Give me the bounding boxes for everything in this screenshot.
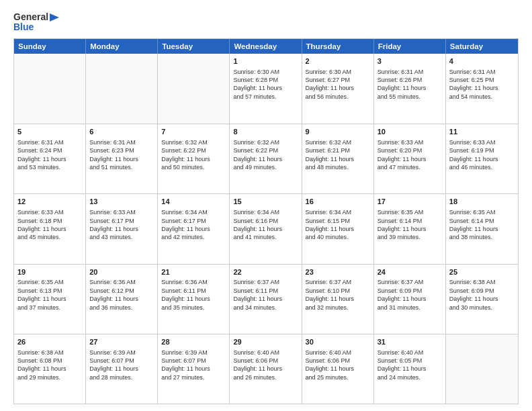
day-number: 27: [89, 337, 154, 347]
calendar-cell-r5-c3: 28Sunrise: 6:39 AM Sunset: 6:07 PM Dayli…: [158, 334, 230, 404]
calendar-cell-r2-c3: 7Sunrise: 6:32 AM Sunset: 6:22 PM Daylig…: [158, 124, 230, 193]
header: General Blue: [13, 12, 519, 33]
day-info: Sunrise: 6:31 AM Sunset: 6:25 PM Dayligh…: [449, 68, 515, 101]
calendar-cell-r3-c2: 13Sunrise: 6:33 AM Sunset: 6:17 PM Dayli…: [86, 194, 158, 263]
day-number: 7: [161, 127, 226, 137]
calendar-row-2: 5Sunrise: 6:31 AM Sunset: 6:24 PM Daylig…: [14, 124, 518, 193]
day-info: Sunrise: 6:38 AM Sunset: 6:08 PM Dayligh…: [17, 349, 82, 382]
page: General Blue Sunday Monday Tuesday Wedne…: [0, 0, 532, 411]
day-number: 21: [161, 267, 226, 277]
day-number: 17: [378, 197, 442, 207]
day-info: Sunrise: 6:39 AM Sunset: 6:07 PM Dayligh…: [89, 349, 154, 382]
calendar-cell-r2-c1: 5Sunrise: 6:31 AM Sunset: 6:24 PM Daylig…: [14, 124, 86, 193]
day-info: Sunrise: 6:37 AM Sunset: 6:11 PM Dayligh…: [233, 278, 298, 312]
calendar-cell-r2-c7: 11Sunrise: 6:33 AM Sunset: 6:19 PM Dayli…: [446, 124, 518, 193]
calendar-cell-r3-c3: 14Sunrise: 6:34 AM Sunset: 6:17 PM Dayli…: [158, 194, 230, 263]
calendar-cell-r1-c5: 2Sunrise: 6:30 AM Sunset: 6:27 PM Daylig…: [302, 54, 374, 124]
calendar-cell-r4-c2: 20Sunrise: 6:36 AM Sunset: 6:12 PM Dayli…: [86, 265, 158, 334]
calendar-cell-r1-c4: 1Sunrise: 6:30 AM Sunset: 6:28 PM Daylig…: [230, 54, 302, 124]
day-number: 18: [449, 197, 515, 207]
header-tuesday: Tuesday: [158, 39, 230, 54]
day-info: Sunrise: 6:31 AM Sunset: 6:23 PM Dayligh…: [89, 138, 154, 172]
calendar-cell-r2-c4: 8Sunrise: 6:32 AM Sunset: 6:22 PM Daylig…: [230, 124, 302, 193]
calendar-cell-r1-c3: [158, 54, 230, 124]
day-info: Sunrise: 6:33 AM Sunset: 6:17 PM Dayligh…: [89, 208, 154, 242]
day-number: 22: [233, 267, 298, 277]
day-number: 30: [306, 337, 370, 347]
day-info: Sunrise: 6:37 AM Sunset: 6:10 PM Dayligh…: [306, 278, 370, 312]
day-info: Sunrise: 6:30 AM Sunset: 6:27 PM Dayligh…: [306, 68, 370, 101]
calendar-cell-r3-c5: 16Sunrise: 6:34 AM Sunset: 6:15 PM Dayli…: [302, 194, 374, 263]
calendar-cell-r1-c6: 3Sunrise: 6:31 AM Sunset: 6:26 PM Daylig…: [374, 54, 446, 124]
day-number: 10: [378, 127, 442, 137]
day-info: Sunrise: 6:33 AM Sunset: 6:20 PM Dayligh…: [378, 138, 442, 172]
day-info: Sunrise: 6:33 AM Sunset: 6:19 PM Dayligh…: [449, 138, 515, 172]
header-wednesday: Wednesday: [230, 39, 302, 54]
header-sunday: Sunday: [14, 39, 86, 54]
calendar-cell-r4-c6: 24Sunrise: 6:37 AM Sunset: 6:09 PM Dayli…: [374, 265, 446, 334]
calendar-body: 1Sunrise: 6:30 AM Sunset: 6:28 PM Daylig…: [14, 54, 518, 404]
calendar-cell-r5-c6: 31Sunrise: 6:40 AM Sunset: 6:05 PM Dayli…: [374, 334, 446, 404]
day-info: Sunrise: 6:30 AM Sunset: 6:28 PM Dayligh…: [233, 68, 298, 101]
logo: General Blue: [13, 12, 59, 33]
day-number: 28: [161, 337, 226, 347]
day-number: 16: [306, 197, 370, 207]
day-number: 14: [161, 197, 226, 207]
day-info: Sunrise: 6:35 AM Sunset: 6:13 PM Dayligh…: [17, 278, 82, 312]
calendar-cell-r4-c5: 23Sunrise: 6:37 AM Sunset: 6:10 PM Dayli…: [302, 265, 374, 334]
calendar-cell-r3-c4: 15Sunrise: 6:34 AM Sunset: 6:16 PM Dayli…: [230, 194, 302, 263]
calendar: Sunday Monday Tuesday Wednesday Thursday…: [13, 38, 519, 404]
day-number: 3: [378, 56, 442, 66]
calendar-cell-r1-c2: [86, 54, 158, 124]
day-number: 15: [233, 197, 298, 207]
day-number: 9: [306, 127, 370, 137]
calendar-header: Sunday Monday Tuesday Wednesday Thursday…: [14, 39, 518, 54]
svg-marker-0: [50, 13, 59, 21]
calendar-cell-r2-c6: 10Sunrise: 6:33 AM Sunset: 6:20 PM Dayli…: [374, 124, 446, 193]
day-number: 24: [378, 267, 442, 277]
day-info: Sunrise: 6:40 AM Sunset: 6:05 PM Dayligh…: [378, 349, 442, 382]
header-friday: Friday: [374, 39, 446, 54]
calendar-cell-r3-c1: 12Sunrise: 6:33 AM Sunset: 6:18 PM Dayli…: [14, 194, 86, 263]
day-number: 11: [449, 127, 515, 137]
day-info: Sunrise: 6:34 AM Sunset: 6:17 PM Dayligh…: [161, 208, 226, 242]
day-number: 4: [449, 56, 515, 66]
header-saturday: Saturday: [446, 39, 518, 54]
calendar-cell-r5-c1: 26Sunrise: 6:38 AM Sunset: 6:08 PM Dayli…: [14, 334, 86, 404]
day-number: 23: [306, 267, 370, 277]
day-info: Sunrise: 6:31 AM Sunset: 6:26 PM Dayligh…: [378, 68, 442, 101]
calendar-cell-r5-c7: [446, 334, 518, 404]
logo-arrow-icon: [50, 13, 59, 21]
day-number: 12: [17, 197, 82, 207]
calendar-cell-r4-c1: 19Sunrise: 6:35 AM Sunset: 6:13 PM Dayli…: [14, 265, 86, 334]
day-info: Sunrise: 6:38 AM Sunset: 6:09 PM Dayligh…: [449, 278, 515, 312]
day-number: 26: [17, 337, 82, 347]
day-info: Sunrise: 6:34 AM Sunset: 6:15 PM Dayligh…: [306, 208, 370, 242]
day-number: 1: [233, 56, 298, 66]
day-number: 6: [89, 127, 154, 137]
day-info: Sunrise: 6:39 AM Sunset: 6:07 PM Dayligh…: [161, 349, 226, 382]
day-number: 8: [233, 127, 298, 137]
day-info: Sunrise: 6:32 AM Sunset: 6:22 PM Dayligh…: [161, 138, 226, 172]
day-info: Sunrise: 6:33 AM Sunset: 6:18 PM Dayligh…: [17, 208, 82, 242]
calendar-row-1: 1Sunrise: 6:30 AM Sunset: 6:28 PM Daylig…: [14, 54, 518, 124]
calendar-row-3: 12Sunrise: 6:33 AM Sunset: 6:18 PM Dayli…: [14, 193, 518, 263]
calendar-cell-r1-c1: [14, 54, 86, 124]
day-info: Sunrise: 6:32 AM Sunset: 6:21 PM Dayligh…: [306, 138, 370, 172]
header-monday: Monday: [86, 39, 158, 54]
header-thursday: Thursday: [302, 39, 374, 54]
calendar-cell-r3-c6: 17Sunrise: 6:35 AM Sunset: 6:14 PM Dayli…: [374, 194, 446, 263]
day-info: Sunrise: 6:36 AM Sunset: 6:11 PM Dayligh…: [161, 278, 226, 312]
day-number: 2: [306, 56, 370, 66]
day-info: Sunrise: 6:40 AM Sunset: 6:06 PM Dayligh…: [306, 349, 370, 382]
day-info: Sunrise: 6:37 AM Sunset: 6:09 PM Dayligh…: [378, 278, 442, 312]
calendar-cell-r5-c5: 30Sunrise: 6:40 AM Sunset: 6:06 PM Dayli…: [302, 334, 374, 404]
day-info: Sunrise: 6:34 AM Sunset: 6:16 PM Dayligh…: [233, 208, 298, 242]
day-number: 31: [378, 337, 442, 347]
day-info: Sunrise: 6:35 AM Sunset: 6:14 PM Dayligh…: [449, 208, 515, 242]
calendar-row-4: 19Sunrise: 6:35 AM Sunset: 6:13 PM Dayli…: [14, 264, 518, 334]
logo-general-text: General: [13, 12, 48, 22]
calendar-cell-r1-c7: 4Sunrise: 6:31 AM Sunset: 6:25 PM Daylig…: [446, 54, 518, 124]
calendar-row-5: 26Sunrise: 6:38 AM Sunset: 6:08 PM Dayli…: [14, 334, 518, 404]
calendar-cell-r2-c5: 9Sunrise: 6:32 AM Sunset: 6:21 PM Daylig…: [302, 124, 374, 193]
